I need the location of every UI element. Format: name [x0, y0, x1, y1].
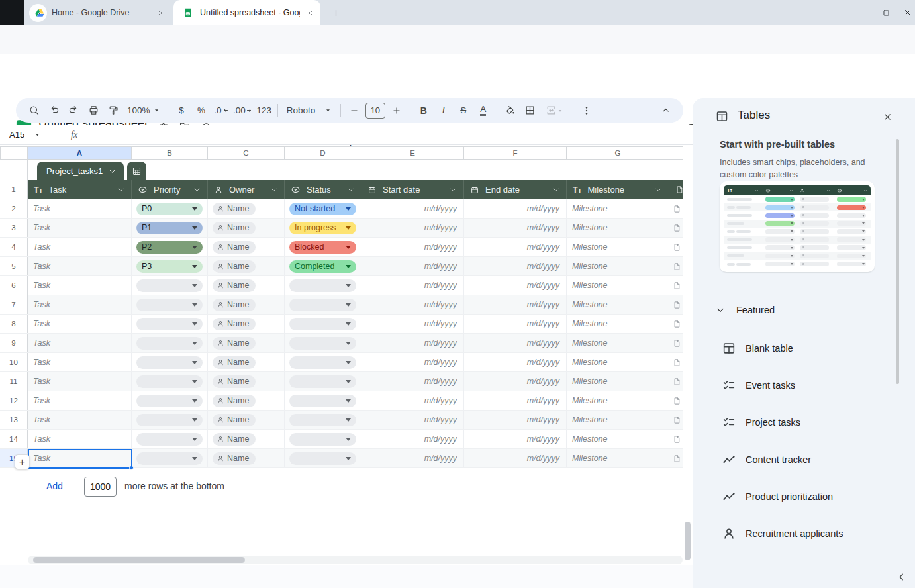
status-chip[interactable] — [289, 279, 356, 292]
cell-milestone-G13[interactable]: Milestone — [567, 411, 669, 429]
cell-end-date-F8[interactable]: m/d/yyyy — [464, 315, 567, 333]
owner-chip[interactable]: Name — [213, 337, 256, 350]
borders-button[interactable] — [520, 101, 540, 120]
row-header-13[interactable]: 13 — [0, 411, 28, 429]
owner-chip[interactable]: Name — [213, 414, 256, 426]
status-chip[interactable] — [289, 299, 356, 311]
row-header-3[interactable]: 3 — [0, 219, 28, 237]
new-tab-button[interactable] — [329, 6, 342, 19]
add-rows-button[interactable]: Add — [46, 481, 63, 491]
cell-task-A9[interactable]: Task — [28, 334, 132, 352]
cell-milestone-G5[interactable]: Milestone — [567, 257, 669, 275]
window-maximize-button[interactable] — [880, 7, 892, 19]
font-select[interactable]: Roboto — [281, 101, 337, 120]
cell-end-date-F9[interactable]: m/d/yyyy — [464, 334, 567, 352]
owner-chip[interactable]: Name — [213, 433, 256, 446]
increase-font-size-button[interactable] — [387, 101, 407, 120]
row-header-12[interactable]: 12 — [0, 391, 28, 410]
cell-start-date-E3[interactable]: m/d/yyyy — [361, 219, 464, 237]
zoom-select[interactable]: 100% — [123, 101, 164, 120]
horizontal-scrollbar[interactable] — [28, 556, 683, 564]
panel-item-recruitment-applicants[interactable]: Recruitment applicants — [693, 515, 915, 552]
row-header-11[interactable]: 11 — [0, 372, 28, 391]
cell-status-D6[interactable] — [285, 276, 361, 295]
owner-chip[interactable]: Name — [213, 260, 256, 273]
cell-partial-H7[interactable] — [669, 295, 683, 314]
cell-priority-B15[interactable] — [132, 449, 208, 467]
cell-status-D14[interactable] — [285, 430, 361, 448]
cell-start-date-E11[interactable]: m/d/yyyy — [361, 372, 464, 391]
owner-chip[interactable]: Name — [213, 299, 256, 311]
priority-chip[interactable] — [136, 318, 203, 330]
cell-task-A15[interactable]: Task — [28, 449, 132, 467]
cell-status-D11[interactable] — [285, 372, 361, 391]
panel-item-content-tracker[interactable]: Content tracker — [693, 441, 915, 478]
table-column-header-priority[interactable]: Priority — [132, 180, 208, 199]
cell-owner-C15[interactable]: Name — [208, 449, 285, 467]
cell-end-date-F2[interactable]: m/d/yyyy — [464, 199, 567, 218]
table-options-button[interactable] — [127, 162, 146, 180]
cell-priority-B13[interactable] — [132, 411, 208, 429]
column-header-C[interactable]: C — [208, 146, 285, 160]
cell-partial-H6[interactable] — [669, 276, 683, 295]
cell-status-D10[interactable] — [285, 353, 361, 371]
status-chip[interactable] — [289, 375, 356, 388]
cell-task-A6[interactable]: Task — [28, 276, 132, 295]
table-column-header-end-date[interactable]: End date — [464, 180, 567, 199]
status-chip[interactable] — [289, 452, 356, 465]
priority-chip[interactable] — [136, 433, 203, 446]
cell-end-date-F15[interactable]: m/d/yyyy — [464, 449, 567, 467]
priority-chip[interactable] — [136, 356, 203, 369]
cell-partial-H4[interactable] — [669, 238, 683, 256]
italic-button[interactable]: I — [434, 101, 454, 120]
priority-chip[interactable] — [136, 452, 203, 465]
cell-start-date-E10[interactable]: m/d/yyyy — [361, 353, 464, 371]
cell-status-D2[interactable]: Not started — [285, 199, 361, 218]
panel-scrollbar-thumb[interactable] — [896, 139, 899, 384]
status-chip[interactable] — [289, 356, 356, 369]
table-column-header-task[interactable]: TTTask — [28, 180, 132, 199]
cell-task-A11[interactable]: Task — [28, 372, 132, 391]
cell-priority-B10[interactable] — [132, 353, 208, 371]
status-chip[interactable] — [289, 414, 356, 426]
cell-priority-B6[interactable] — [132, 276, 208, 295]
table-column-header-status[interactable]: Status — [285, 180, 361, 199]
decrease-decimals-button[interactable]: .0 — [211, 101, 231, 120]
column-header-F[interactable]: F — [464, 146, 567, 160]
status-chip[interactable] — [289, 433, 356, 446]
cell-start-date-E8[interactable]: m/d/yyyy — [361, 315, 464, 333]
cell-status-D13[interactable] — [285, 411, 361, 429]
panel-item-project-tasks[interactable]: Project tasks — [693, 404, 915, 441]
fill-color-button[interactable] — [501, 101, 520, 120]
status-chip[interactable] — [289, 337, 356, 350]
cell-end-date-F3[interactable]: m/d/yyyy — [464, 219, 567, 237]
row-header-5[interactable]: 5 — [0, 257, 28, 275]
column-header-A[interactable]: A — [28, 146, 132, 160]
row-header-7[interactable]: 7 — [0, 295, 28, 314]
cell-task-A13[interactable]: Task — [28, 411, 132, 429]
cell-owner-C11[interactable]: Name — [208, 372, 285, 391]
cell-partial-H15[interactable] — [669, 449, 683, 467]
row-header-8[interactable]: 8 — [0, 315, 28, 333]
cell-start-date-E15[interactable]: m/d/yyyy — [361, 449, 464, 467]
cell-partial-H3[interactable] — [669, 219, 683, 237]
cell-milestone-G14[interactable]: Milestone — [567, 430, 669, 448]
print-button[interactable] — [83, 101, 103, 120]
cell-milestone-G10[interactable]: Milestone — [567, 353, 669, 371]
format-percent-button[interactable]: % — [191, 101, 211, 120]
cell-priority-B9[interactable] — [132, 334, 208, 352]
bold-button[interactable]: B — [414, 101, 434, 120]
column-header-E[interactable]: E — [361, 146, 464, 160]
priority-chip[interactable] — [136, 375, 203, 388]
cell-milestone-G15[interactable]: Milestone — [567, 449, 669, 467]
window-close-button[interactable] — [902, 7, 914, 19]
select-all-corner[interactable] — [0, 146, 28, 160]
priority-chip[interactable] — [136, 337, 203, 350]
row-header-1[interactable]: 1 — [0, 180, 28, 199]
cell-owner-C9[interactable]: Name — [208, 334, 285, 352]
status-chip[interactable]: In progress — [289, 222, 356, 234]
search-menus-button[interactable] — [24, 101, 44, 120]
cell-milestone-G11[interactable]: Milestone — [567, 372, 669, 391]
owner-chip[interactable]: Name — [213, 356, 256, 369]
cell-start-date-E4[interactable]: m/d/yyyy — [361, 238, 464, 256]
